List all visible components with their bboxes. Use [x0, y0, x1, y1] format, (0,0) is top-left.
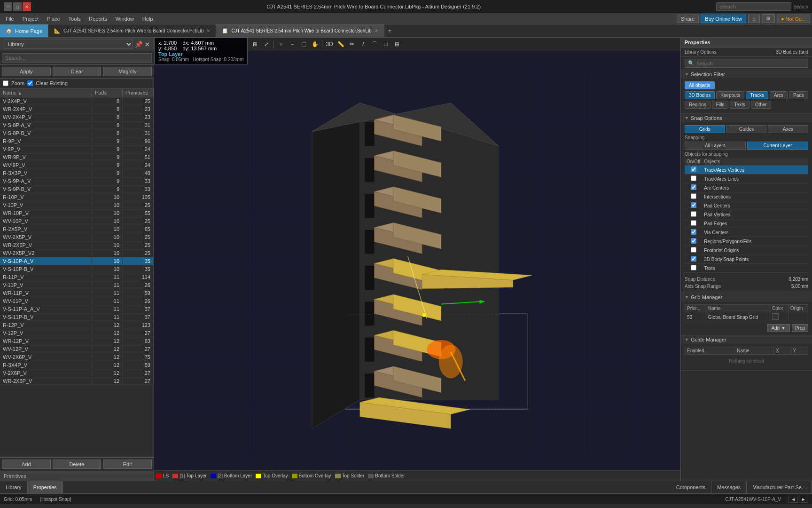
sf-keepouts[interactable]: Keepouts [716, 91, 744, 99]
home-button[interactable]: ⌂ [748, 15, 760, 23]
snap-current-layer-button[interactable]: Current Layer [747, 142, 808, 150]
snap-object-row[interactable]: Pad Centers [685, 201, 808, 210]
snap-object-row[interactable]: Track/Arcs Lines [685, 175, 808, 183]
component-search-input[interactable] [2, 53, 152, 63]
btab-components[interactable]: Components [671, 481, 711, 493]
table-row[interactable]: V-S-9P-A_V 9 33 [0, 177, 154, 185]
table-row[interactable]: R-3X4P_V 12 59 [0, 361, 154, 369]
layer-bottom-overlay[interactable]: Bottom Overlay [292, 473, 331, 478]
grid-tool[interactable]: ⊞ [392, 39, 402, 49]
canvas-area[interactable]: x: 2.700 dx: 4.607 mm y: 4.850 dy: 13.56… [154, 38, 680, 481]
3d-tool[interactable]: 3D [324, 39, 335, 49]
snap-checkbox[interactable] [691, 184, 696, 190]
table-row[interactable]: V-S-10P-A_V 10 35 [0, 257, 154, 265]
snap-object-row[interactable]: Texts [685, 264, 808, 273]
sf-tracks[interactable]: Tracks [746, 91, 768, 99]
grid-row[interactable]: 50 Global Board Snap Grid [685, 312, 808, 322]
table-row[interactable]: WR-12P_V 12 63 [0, 337, 154, 345]
table-row[interactable]: WV-2X5P_V2 10 25 [0, 249, 154, 257]
close-button[interactable]: ✕ [23, 2, 31, 11]
grid-prop-button[interactable]: Prop [792, 324, 808, 332]
sf-pads[interactable]: Pads [789, 91, 808, 99]
apply-button[interactable]: Apply [2, 67, 51, 76]
table-row[interactable]: WV-11P_V 11 26 [0, 297, 154, 305]
table-row[interactable]: WV-2X4P_V 8 23 [0, 113, 154, 121]
table-row[interactable]: WV-12P_V 12 27 [0, 345, 154, 353]
filter-tool[interactable]: ⊞ [250, 39, 260, 49]
col-header-primitives[interactable]: Primitives [123, 88, 154, 97]
snap-checkbox[interactable] [691, 238, 696, 244]
table-row[interactable]: V-S-8P-A_V 8 31 [0, 121, 154, 129]
clear-button[interactable]: Clear [53, 67, 102, 76]
all-objects-button[interactable]: All objects [685, 81, 715, 89]
table-row[interactable]: R-3X3P_V 9 48 [0, 169, 154, 177]
menu-tools[interactable]: Tools [65, 15, 85, 23]
buy-online-button[interactable]: Buy Online Now [701, 15, 746, 23]
menu-reports[interactable]: Reports [85, 15, 111, 23]
grid-add-button[interactable]: Add ▼ [767, 324, 789, 332]
right-search-input[interactable] [696, 61, 805, 66]
panel-close-button[interactable]: ✕ [145, 41, 150, 48]
sf-texts[interactable]: Texts [730, 101, 749, 109]
minimize-button[interactable]: ─ [4, 2, 12, 11]
snap-checkbox[interactable] [691, 229, 696, 235]
3d-canvas[interactable] [154, 51, 680, 481]
snap-object-row[interactable]: Pad Edges [685, 219, 808, 228]
table-row[interactable]: R-12P_V 12 123 [0, 321, 154, 329]
snap-checkbox[interactable] [691, 265, 696, 270]
select-tool[interactable]: ⬚ [298, 39, 309, 49]
fit-tool[interactable]: ⤢ [261, 39, 272, 49]
snap-object-row[interactable]: Via Centers [685, 228, 808, 237]
sf-regions[interactable]: Regions [685, 101, 710, 109]
snap-options-header[interactable]: Snap Options [681, 114, 812, 122]
zoom-out-tool[interactable]: − [287, 39, 297, 49]
guide-manager-header[interactable]: Guide Manager [681, 335, 812, 344]
layer-top[interactable]: [1] Top Layer [172, 473, 207, 478]
tab-schlib-close[interactable]: ✕ [375, 28, 378, 33]
selection-filter-header[interactable]: Selection Filter [681, 70, 812, 79]
delete-component-button[interactable]: Delete [53, 460, 102, 469]
zoom-in-tool[interactable]: + [276, 39, 286, 49]
table-row[interactable]: V-2X4P_V 8 25 [0, 97, 154, 105]
table-row[interactable]: WV-10P_V 10 25 [0, 217, 154, 225]
layer-ls[interactable]: LS [156, 473, 169, 478]
table-row[interactable]: WR-9P_V 9 51 [0, 153, 154, 161]
settings-button[interactable]: ⚙ [762, 14, 775, 23]
nav-prev-button[interactable]: ◄ [789, 496, 798, 503]
table-row[interactable]: R-11P_V 11 114 [0, 273, 154, 281]
btab-manufacturer[interactable]: Manufacturer Part Se... [747, 481, 812, 493]
btab-library[interactable]: Library [0, 481, 28, 493]
menu-project[interactable]: Project [19, 15, 42, 23]
zoom-checkbox[interactable] [3, 80, 8, 86]
snap-object-row[interactable]: Pad Vertices [685, 210, 808, 219]
library-dropdown[interactable]: Library [4, 40, 133, 49]
table-row[interactable]: WR-2X4P_V 8 23 [0, 105, 154, 113]
menu-place[interactable]: Place [43, 15, 64, 23]
share-button[interactable]: Share [677, 15, 699, 23]
table-row[interactable]: V-11P_V 11 26 [0, 281, 154, 289]
snap-checkbox[interactable] [691, 211, 696, 217]
table-row[interactable]: R-9P_V 9 96 [0, 137, 154, 145]
menu-help[interactable]: Help [139, 15, 157, 23]
sf-arcs[interactable]: Arcs [770, 91, 788, 99]
tab-home[interactable]: 🏠 Home Page [0, 24, 48, 37]
account-button[interactable]: ● Not Co... [777, 15, 810, 23]
sf-3dbodies[interactable]: 3D Bodies [685, 91, 715, 99]
nav-next-button[interactable]: ► [799, 496, 808, 503]
snap-checkbox[interactable] [691, 167, 696, 172]
btab-properties[interactable]: Properties [28, 481, 63, 493]
layer-bottom[interactable]: [2] Bottom Layer [211, 473, 252, 478]
edit-component-button[interactable]: Edit [103, 460, 152, 469]
sf-other[interactable]: Other [751, 101, 771, 109]
table-row[interactable]: V-S-11P-B_V 11 37 [0, 313, 154, 321]
layer-bottom-solder[interactable]: Bottom Solder [368, 473, 405, 478]
table-row[interactable]: V-12P_V 12 27 [0, 329, 154, 337]
add-component-button[interactable]: Add [2, 460, 51, 469]
snap-checkbox[interactable] [691, 256, 696, 262]
snap-object-row[interactable]: Arc Centers [685, 183, 808, 192]
snap-object-row[interactable]: Intersections [685, 192, 808, 201]
table-row[interactable]: WR-10P_V 10 55 [0, 209, 154, 217]
layer-top-solder[interactable]: Top Solder [335, 473, 365, 478]
line-tool[interactable]: / [358, 39, 368, 49]
table-row[interactable]: WR-2X6P_V 12 27 [0, 377, 154, 385]
